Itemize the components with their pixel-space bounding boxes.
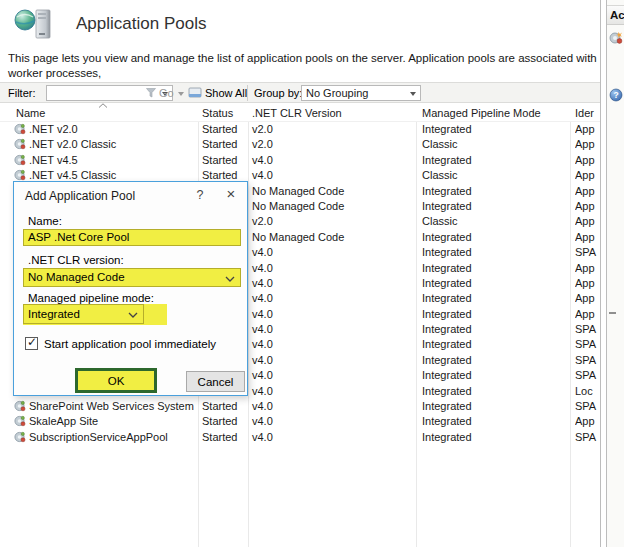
list-header: Name Status .NET CLR Version Managed Pip… [0, 103, 600, 122]
pool-clr-version: v4.0 [252, 246, 273, 258]
group-by-dropdown-icon[interactable] [410, 92, 416, 96]
pool-name: .NET v2.0 [29, 123, 78, 135]
filter-label: Filter: [8, 87, 36, 99]
page-description-line1: This page lets you view and manage the l… [8, 52, 597, 79]
pool-identity: SPA [575, 369, 600, 381]
app-pool-icon [14, 400, 26, 412]
pool-identity: App [575, 292, 600, 304]
sort-ascending-icon [98, 103, 108, 108]
pool-status: Started [202, 431, 237, 443]
splitter-grip[interactable] [609, 312, 616, 314]
pool-name: SubscriptionServiceAppPool [29, 431, 168, 443]
table-row[interactable]: .NET v2.0 Classic Started v2.0 Classic A… [0, 137, 600, 152]
dialog-close-icon[interactable]: × [222, 185, 240, 203]
pool-pipeline-mode: Integrated [422, 431, 472, 443]
pool-name: SkaleApp Site [29, 415, 98, 427]
start-immediately-checkbox[interactable]: ✓ [25, 337, 38, 350]
pool-clr-version: v4.0 [252, 292, 273, 304]
show-all-button[interactable]: Show All [205, 87, 247, 99]
pool-pipeline-mode: Classic [422, 138, 457, 150]
name-input-value: ASP .Net Core Pool [28, 231, 129, 243]
checkmark-icon: ✓ [27, 335, 37, 349]
go-button[interactable]: Go [159, 87, 174, 99]
column-header-identity[interactable]: Ider [575, 107, 600, 119]
application-pools-feature-icon [13, 8, 59, 41]
pipeline-highlight: Integrated [23, 304, 167, 325]
column-header-name[interactable]: Name [16, 107, 45, 119]
chevron-down-icon [128, 312, 138, 318]
cancel-button-label: Cancel [198, 376, 234, 388]
pool-clr-version: v4.0 [252, 277, 273, 289]
pool-identity: SPA [575, 431, 600, 443]
pool-pipeline-mode: Integrated [422, 292, 472, 304]
pool-identity: SPA [575, 400, 600, 412]
pool-clr-version: v4.0 [252, 262, 273, 274]
start-immediately-label: Start application pool immediately [44, 338, 216, 350]
pool-pipeline-mode: Integrated [422, 323, 472, 335]
pool-identity: App [575, 215, 600, 227]
pool-clr-version: No Managed Code [252, 231, 344, 243]
dialog-help-button[interactable]: ? [192, 188, 208, 204]
table-row[interactable]: SubscriptionServiceAppPool Started v4.0 … [0, 430, 600, 445]
pool-identity: App [575, 200, 600, 212]
pool-identity: App [575, 415, 600, 427]
pool-clr-version: v2.0 [252, 123, 273, 135]
table-row[interactable]: SharePoint Web Services System Started v… [0, 399, 600, 414]
pipeline-mode-value: Integrated [28, 308, 80, 320]
app-pool-icon [14, 415, 26, 427]
pool-pipeline-mode: Integrated [422, 262, 472, 274]
pool-clr-version: v4.0 [252, 338, 273, 350]
pool-clr-version: v4.0 [252, 415, 273, 427]
pool-clr-version: v4.0 [252, 323, 273, 335]
pool-identity: App [575, 138, 600, 150]
pool-clr-version: v4.0 [252, 400, 273, 412]
pool-identity: App [575, 308, 600, 320]
pool-identity: App [575, 277, 600, 289]
pool-pipeline-mode: Integrated [422, 185, 472, 197]
table-row[interactable]: .NET v2.0 Started v2.0 Integrated App [0, 122, 600, 137]
clr-version-dropdown[interactable]: No Managed Code [23, 268, 241, 287]
help-icon[interactable]: ? [609, 88, 623, 102]
pool-clr-version: No Managed Code [252, 185, 344, 197]
app-pool-icon [14, 169, 26, 181]
pool-status: Started [202, 123, 237, 135]
pool-name: .NET v4.5 [29, 154, 78, 166]
name-input[interactable]: ASP .Net Core Pool [23, 229, 241, 246]
pool-pipeline-mode: Integrated [422, 231, 472, 243]
toolbar-divider [247, 85, 248, 101]
filter-toolbar: Filter: Go Show All Group by: No Groupin… [0, 82, 601, 103]
pool-identity: Loc [575, 385, 600, 397]
pool-identity: App [575, 185, 600, 197]
pool-pipeline-mode: Integrated [422, 246, 472, 258]
chevron-down-icon [225, 276, 235, 282]
filter-input-value [47, 90, 50, 102]
actions-panel-header: Ac [607, 5, 624, 25]
go-dropdown-icon[interactable] [178, 92, 184, 96]
pipeline-mode-dropdown[interactable]: Integrated [23, 304, 144, 324]
pool-clr-version: v4.0 [252, 154, 273, 166]
pool-clr-version: v4.0 [252, 308, 273, 320]
pool-pipeline-mode: Integrated [422, 354, 472, 366]
pool-status: Started [202, 169, 237, 181]
pool-pipeline-mode: Integrated [422, 200, 472, 212]
column-header-clr[interactable]: .NET CLR Version [252, 107, 342, 119]
column-header-status[interactable]: Status [202, 107, 233, 119]
pool-identity: SPA [575, 354, 600, 366]
table-row[interactable]: .NET v4.5 Started v4.0 Integrated App [0, 153, 600, 168]
pool-clr-version: v4.0 [252, 354, 273, 366]
table-row[interactable]: SkaleApp Site Started v4.0 Integrated Ap… [0, 414, 600, 429]
pool-pipeline-mode: Integrated [422, 277, 472, 289]
column-header-pipeline[interactable]: Managed Pipeline Mode [422, 107, 541, 119]
group-by-dropdown[interactable]: No Grouping [301, 85, 421, 101]
pool-name: SharePoint Web Services System [29, 400, 194, 412]
pool-pipeline-mode: Integrated [422, 338, 472, 350]
ok-button-label: OK [108, 375, 125, 387]
ok-button[interactable]: OK [75, 368, 157, 393]
pool-identity: App [575, 169, 600, 181]
cancel-button[interactable]: Cancel [186, 371, 245, 392]
pool-identity: SPA [575, 323, 600, 335]
pool-identity: App [575, 262, 600, 274]
add-application-pool-icon[interactable] [609, 31, 623, 45]
actions-panel [607, 0, 624, 547]
pool-clr-version: No Managed Code [252, 200, 344, 212]
